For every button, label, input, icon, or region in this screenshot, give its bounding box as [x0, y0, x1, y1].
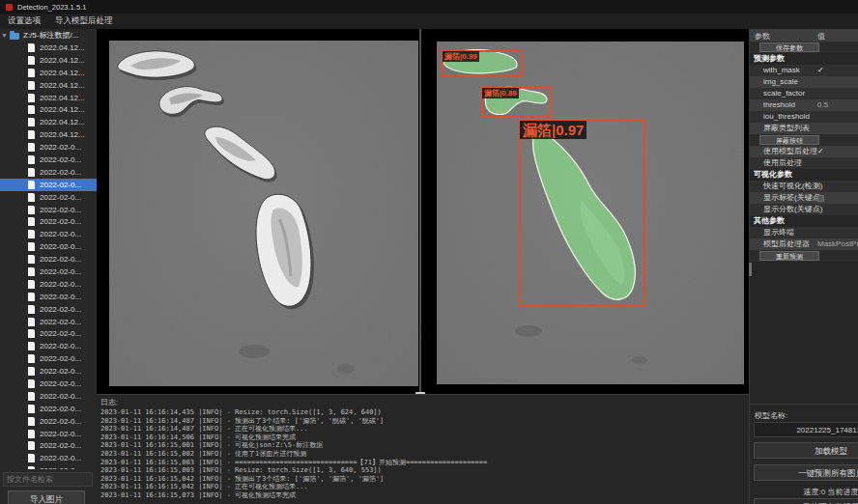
original-image-canvas[interactable] — [109, 41, 418, 386]
file-name: 2022-02-0... — [40, 405, 81, 413]
tree-file-item[interactable]: 2022-02-0... — [0, 415, 97, 428]
param-row[interactable]: 屏蔽按钮 — [750, 134, 858, 146]
param-row[interactable]: with_mask✓ — [750, 65, 858, 76]
tree-file-item[interactable]: 2022-02-0... — [0, 191, 97, 204]
tree-file-item[interactable]: 2022-02-0... — [0, 291, 97, 303]
checkmark-icon[interactable]: ✓ — [817, 65, 824, 76]
file-tree[interactable]: ▼ Z:/5-标注数据/... 2022.04.12...2022.04.12.… — [0, 29, 97, 469]
tree-file-item[interactable]: 2022.04.12... — [0, 79, 97, 92]
predict-all-button[interactable]: 一键预测所有图片 — [754, 464, 858, 481]
tree-file-item[interactable]: 2022.04.12... — [0, 128, 97, 141]
load-model-button[interactable]: 加载模型 — [754, 442, 858, 459]
param-name: 快速可视化(检测) — [750, 182, 822, 190]
image-viewer: 漏箔|0.99漏箔|0.89漏箔|0.97 — [97, 29, 749, 394]
tree-file-item[interactable]: 2022-02-0... — [0, 278, 97, 291]
param-button[interactable]: 保存参数 — [759, 42, 819, 52]
log-panel[interactable]: 日志: 2023-01-11 16:16:14,435 |INFO| - Res… — [97, 394, 749, 504]
tree-file-item[interactable]: 2022.04.12... — [0, 42, 97, 54]
file-name: 2022-02-0... — [40, 242, 81, 251]
tree-file-item[interactable]: 2022.04.12... — [0, 103, 97, 116]
tree-file-item[interactable]: 2022-02-0 — [0, 464, 97, 469]
param-row[interactable]: 重新预测 — [750, 250, 858, 262]
tree-file-item[interactable]: 2022-02-0... — [0, 303, 97, 316]
param-row[interactable]: 显示分数(关键点) — [750, 204, 858, 215]
tree-file-item[interactable]: 2022-02-0... — [0, 352, 97, 365]
param-row[interactable]: 模型后处理器MaskPostPro — [750, 238, 858, 250]
param-name: threshold — [750, 100, 795, 109]
tree-file-item[interactable]: 2022-02-0... — [0, 215, 97, 228]
file-icon — [28, 293, 35, 301]
menu-item-import-postprocess[interactable]: 导入模型后处理 — [55, 15, 113, 27]
tree-file-item[interactable]: 2022-02-0... — [0, 166, 97, 179]
tree-file-item[interactable]: 2022-02-0... — [0, 390, 97, 403]
tree-root-folder[interactable]: ▼ Z:/5-标注数据/... — [0, 29, 97, 42]
tree-file-item[interactable]: 2022-02-0... — [0, 141, 97, 154]
tree-file-item[interactable]: 2022.04.12... — [0, 67, 97, 79]
tree-file-item[interactable]: 2022-02-0... — [0, 452, 97, 464]
search-input[interactable]: 按文件名检索 — [3, 472, 93, 487]
param-row[interactable]: 显示终端 — [750, 227, 858, 238]
param-value[interactable]: MaskPostPro — [817, 238, 858, 250]
param-row[interactable]: 快速可视化(检测) — [750, 181, 858, 192]
tree-file-item[interactable]: 2022-02-0... — [0, 440, 97, 453]
tree-file-item[interactable]: 2022-02-0... — [0, 365, 97, 378]
tree-file-item[interactable]: 2022.04.12... — [0, 116, 97, 128]
file-icon — [28, 155, 35, 164]
param-row[interactable]: 保存参数 — [750, 42, 858, 53]
title-bar: Detection_2023.1.5.1 — [0, 0, 858, 14]
param-row[interactable]: 显示标签(关键点) — [750, 192, 858, 204]
param-button[interactable]: 重新预测 — [759, 251, 819, 261]
tree-file-item[interactable]: 2022.04.12... — [0, 54, 97, 67]
tree-file-item[interactable]: 2022-02-0... — [0, 253, 97, 266]
tree-file-item[interactable]: 2022-02-0... — [0, 428, 97, 440]
tree-file-item[interactable]: 2022-02-0... — [0, 403, 97, 415]
file-name: 2022-02-0... — [40, 217, 81, 226]
file-icon — [28, 454, 35, 462]
tree-file-item[interactable]: 2022-02-0... — [0, 154, 97, 166]
checkbox[interactable] — [817, 195, 824, 202]
file-icon — [28, 130, 35, 139]
model-name-field[interactable]: 20221225_1748134 — [754, 422, 858, 437]
file-name: 2022-02-0... — [40, 206, 81, 214]
speed-progress-text: 速度:0 当前进度 — [754, 487, 858, 497]
prediction-image-canvas[interactable]: 漏箔|0.99漏箔|0.89漏箔|0.97 — [437, 42, 744, 384]
tree-file-item[interactable]: 2022-02-0... — [0, 327, 97, 340]
param-row[interactable]: img_scale — [750, 76, 858, 88]
caret-down-icon[interactable]: ▼ — [0, 32, 9, 39]
param-row[interactable]: iou_threshold — [750, 111, 858, 123]
tree-file-item[interactable]: 2022-02-0... — [0, 240, 97, 253]
file-name: 2022.04.12... — [40, 130, 85, 139]
tree-file-item[interactable]: 2022-02-0... — [0, 179, 97, 191]
viewer-splitter[interactable] — [419, 29, 421, 394]
tree-file-item[interactable]: 2022-02-0... — [0, 266, 97, 278]
postprocess-settings-button[interactable]: 后处理参数设置 — [754, 498, 858, 504]
file-name: 2022-02-0... — [40, 342, 81, 350]
param-row[interactable]: scale_factor — [750, 88, 858, 99]
panel-scrollbar[interactable] — [749, 263, 752, 276]
param-row[interactable]: 屏蔽类型列表 — [750, 123, 858, 134]
file-icon — [28, 267, 35, 276]
file-name: 2022-02-0... — [40, 143, 81, 152]
checkmark-icon[interactable]: ✓ — [817, 146, 824, 157]
param-row[interactable]: 使用模型后处理✓ — [750, 146, 858, 157]
detection-label: 漏箔|0.99 — [443, 51, 479, 62]
param-name: 使用模型后处理 — [750, 147, 817, 155]
param-row[interactable]: threshold0.5 — [750, 99, 858, 111]
file-name: 2022-02-0... — [40, 193, 81, 202]
param-value[interactable]: 0.5 — [817, 99, 828, 111]
param-button[interactable]: 屏蔽按钮 — [759, 135, 819, 145]
tree-file-item[interactable]: 2022-02-0... — [0, 204, 97, 216]
param-row[interactable]: 使用后处理 — [750, 157, 858, 169]
file-name: 2022-02-0... — [40, 367, 81, 376]
tree-file-item[interactable]: 2022.04.12... — [0, 92, 97, 104]
parameters-panel: 参数 值 保存参数预测参数with_mask✓img_scalescale_fa… — [749, 29, 858, 404]
import-image-button[interactable]: 导入图片 — [8, 490, 85, 504]
tree-file-item[interactable]: 2022-02-0... — [0, 340, 97, 352]
file-name: 2022-02-0... — [40, 168, 81, 177]
param-name: scale_factor — [750, 89, 805, 98]
tree-file-item[interactable]: 2022-02-0... — [0, 316, 97, 328]
menu-item-settings[interactable]: 设置选项 — [8, 15, 41, 27]
tree-file-item[interactable]: 2022-02-0... — [0, 228, 97, 240]
log-line: 2023-01-11 16:16:15,042 |INFO| - 预测出了3个结… — [100, 475, 749, 484]
tree-file-item[interactable]: 2022-02-0... — [0, 378, 97, 390]
